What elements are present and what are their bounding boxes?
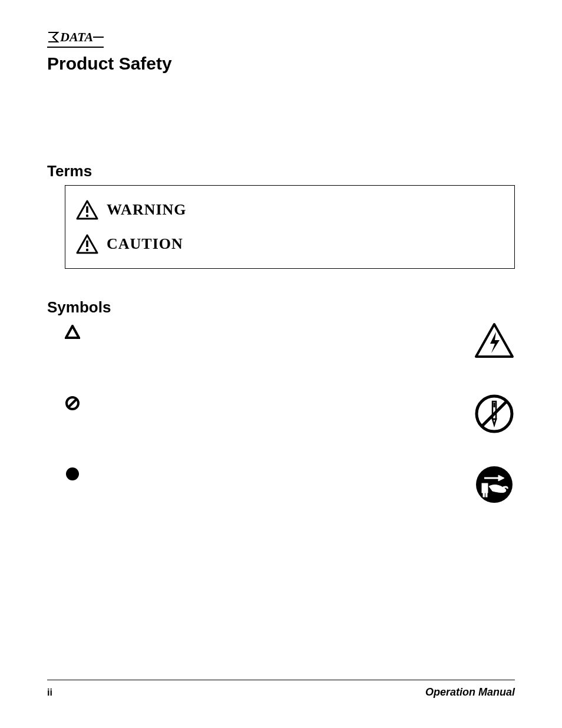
page-title: Product Safety [47,54,515,74]
symbols-area [65,322,515,505]
symbols-heading: Symbols [47,298,515,317]
logo: DATA [47,29,104,48]
term-caution-row: CAUTION [76,234,504,254]
warning-label: WARNING [107,201,187,219]
caution-label: CAUTION [107,235,183,253]
svg-point-2 [86,215,88,217]
svg-rect-1 [86,206,88,213]
svg-point-12 [476,466,513,503]
header: DATA Product Safety [47,29,515,74]
page-number: ii [47,687,52,698]
triangle-outline-icon [65,325,80,339]
unplug-icon [474,464,515,505]
warning-triangle-icon [76,200,98,220]
sigma-icon [47,31,60,43]
svg-point-4 [86,249,88,251]
prohibition-icon [65,396,80,411]
caution-triangle-icon [76,234,98,254]
symbol-row-3 [65,464,515,505]
svg-rect-3 [86,241,88,247]
svg-rect-15 [483,493,485,497]
svg-rect-16 [486,493,488,497]
terms-box: WARNING CAUTION [65,185,515,269]
logo-trailing-line-icon [93,31,104,43]
svg-point-11 [66,467,79,480]
symbol-row-1 [65,322,515,364]
terms-heading: Terms [47,162,515,180]
high-voltage-triangle-icon [474,322,515,359]
filled-circle-icon [65,466,80,482]
symbol-row-2 [65,393,515,434]
logo-text: DATA [60,29,93,45]
footer-rule [47,680,515,680]
footer: ii Operation Manual [47,680,515,699]
svg-rect-10 [494,403,495,407]
svg-line-6 [68,399,77,407]
page: DATA Product Safety Terms WARNING CA [0,0,562,728]
no-disassembly-icon [474,393,515,434]
doc-title: Operation Manual [425,686,515,699]
term-warning-row: WARNING [76,200,504,220]
svg-rect-14 [482,483,488,493]
